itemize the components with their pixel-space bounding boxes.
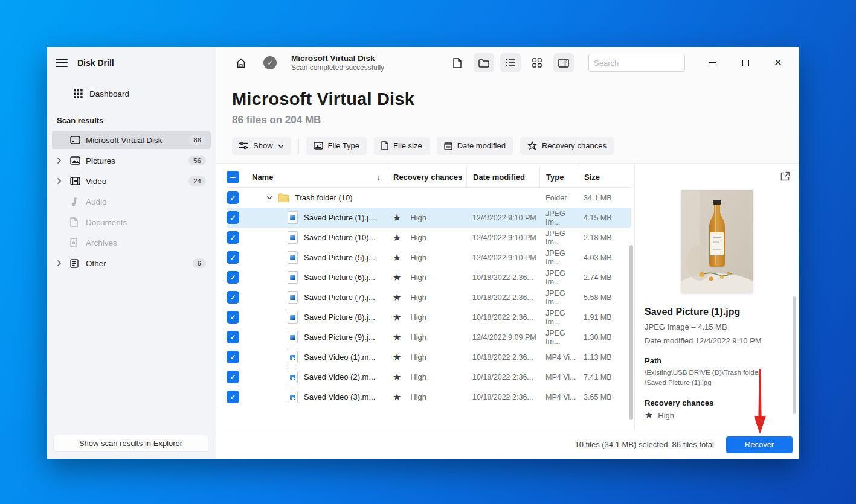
column-header-type[interactable]: Type <box>539 167 578 187</box>
star-icon: ★ <box>393 213 401 223</box>
row-checkbox[interactable]: ✓ <box>227 331 239 343</box>
menu-icon[interactable] <box>56 59 68 67</box>
chevron-right-icon[interactable] <box>57 157 70 164</box>
maximize-icon <box>742 60 749 66</box>
row-checkbox[interactable]: ✓ <box>227 371 239 383</box>
table-row[interactable]: ✓ Saved Video (1).m... ★High 10/18/2022 … <box>227 347 631 367</box>
preview-path-line1: \Existing\USB DRIVE (D)\Trash folder <box>645 368 789 377</box>
row-checkbox[interactable]: ✓ <box>227 311 239 324</box>
recovery-chances-filter-button[interactable]: Recovery chances <box>520 137 614 155</box>
table-row[interactable]: ✓ Saved Picture (10)... ★High 12/4/2022 … <box>227 228 631 247</box>
sidebar-item-pictures[interactable]: Pictures 56 <box>52 152 211 170</box>
folder-view-button[interactable] <box>474 53 494 72</box>
sidebar-item-other[interactable]: Other 6 <box>52 254 211 272</box>
row-checkbox[interactable]: ✓ <box>227 191 239 204</box>
search-box[interactable] <box>588 54 685 72</box>
row-checkbox[interactable]: ✓ <box>227 211 239 224</box>
size-value: 1.30 MB <box>578 333 631 342</box>
preview-pane: Saved Picture (1).jpg JPEG Image – 4.15 … <box>634 164 799 430</box>
chevron-down-icon[interactable] <box>266 196 272 200</box>
open-external-icon[interactable] <box>780 171 790 182</box>
list-view-button[interactable] <box>500 53 521 72</box>
star-icon: ★ <box>393 372 401 382</box>
page-title: Microsoft Virtual Disk <box>232 89 783 109</box>
star-icon: ★ <box>393 273 401 282</box>
row-checkbox[interactable]: ✓ <box>227 231 239 244</box>
count-badge: 6 <box>193 258 206 268</box>
column-header-recovery[interactable]: Recovery chances <box>387 167 466 187</box>
sidebar-item-archives[interactable]: Archives <box>52 234 211 252</box>
size-value: 2.74 MB <box>578 273 631 282</box>
column-header-name[interactable]: Name <box>252 173 273 182</box>
table-row[interactable]: ✓ Saved Picture (6).j... ★High 10/18/202… <box>227 267 631 287</box>
select-all-checkbox[interactable] <box>227 171 239 183</box>
audio-icon <box>70 197 86 206</box>
type-value: JPEG Im... <box>539 269 578 286</box>
star-icon: ★ <box>393 352 401 362</box>
filter-divider <box>298 139 299 153</box>
file-type-filter-button[interactable]: File Type <box>306 137 367 155</box>
documents-icon <box>70 217 86 227</box>
preview-image <box>681 190 753 293</box>
sidebar-item-audio[interactable]: Audio <box>52 193 211 211</box>
date-modified-filter-button[interactable]: Date modified <box>437 137 513 155</box>
preview-panel-button[interactable] <box>553 53 574 72</box>
table-row[interactable]: ✓ Saved Picture (1).j... ★High 12/4/2022… <box>227 208 631 228</box>
date-value: 10/18/2022 2:36... <box>466 293 539 302</box>
row-checkbox[interactable]: ✓ <box>227 391 239 403</box>
size-value: 1.13 MB <box>578 353 631 362</box>
sort-descending-icon[interactable]: ↓ <box>377 173 381 182</box>
sidebar-item-dashboard[interactable]: Dashboard <box>52 85 211 103</box>
close-icon: ✕ <box>774 58 782 68</box>
show-in-explorer-button[interactable]: Show scan results in Explorer <box>53 435 208 451</box>
file-name: Saved Picture (6).j... <box>304 273 375 282</box>
table-row[interactable]: ✓ Saved Picture (7).j... ★High 10/18/202… <box>227 287 631 307</box>
show-filter-label: Show <box>253 141 273 150</box>
star-filter-icon <box>527 141 537 150</box>
table-scrollbar[interactable] <box>629 245 633 420</box>
app-window: Disk Drill Dashboard Scan results Micros… <box>47 47 799 459</box>
row-checkbox[interactable]: ✓ <box>227 291 239 304</box>
top-toolbar: ✓ Microsoft Virtual Disk Scan completed … <box>216 47 799 78</box>
file-size-filter-button[interactable]: File size <box>374 137 430 155</box>
recover-button[interactable]: Recover <box>726 436 793 453</box>
size-value: 5.58 MB <box>578 293 631 302</box>
table-row[interactable]: ✓ Saved Video (3).m... ★High 10/18/2022 … <box>227 387 631 407</box>
image-file-icon <box>288 231 298 244</box>
show-filter-button[interactable]: Show <box>232 137 291 155</box>
grid-view-button[interactable] <box>527 53 547 72</box>
table-row[interactable]: ✓ Saved Picture (5).j... ★High 12/4/2022… <box>227 247 631 267</box>
search-input[interactable] <box>594 59 700 68</box>
row-checkbox[interactable]: ✓ <box>227 271 239 284</box>
sidebar-item-documents[interactable]: Documents <box>52 213 211 231</box>
maximize-button[interactable] <box>732 53 759 72</box>
preview-scrollbar[interactable] <box>793 296 796 414</box>
chevron-right-icon[interactable] <box>57 260 70 267</box>
row-checkbox[interactable]: ✓ <box>227 251 239 264</box>
minimize-button[interactable] <box>700 53 726 72</box>
new-file-button[interactable] <box>447 53 468 72</box>
column-header-date[interactable]: Date modified <box>466 167 539 187</box>
star-icon: ★ <box>393 233 401 243</box>
table-row[interactable]: ✓ Saved Video (2).m... ★High 10/18/2022 … <box>227 367 631 387</box>
sidebar-item-video[interactable]: Video 24 <box>52 172 211 190</box>
home-button[interactable] <box>231 53 251 72</box>
chevron-right-icon[interactable] <box>57 177 70 185</box>
recovery-value: High <box>410 333 426 342</box>
table-row[interactable]: ✓ Saved Picture (9).j... ★High 12/4/2022… <box>227 327 631 347</box>
table-row-folder[interactable]: ✓ Trash folder (10) Folder 34.1 MB <box>227 188 631 208</box>
table-row[interactable]: ✓ Saved Picture (8).j... ★High 10/18/202… <box>227 307 631 327</box>
star-icon: ★ <box>393 392 401 402</box>
sidebar-item-label: Pictures <box>86 156 188 165</box>
close-button[interactable]: ✕ <box>765 53 791 72</box>
sidebar-item-label: Dashboard <box>89 89 206 98</box>
preview-recovery-label: Recovery chances <box>645 398 789 407</box>
sidebar-item-microsoft-virtual-disk[interactable]: Microsoft Virtual Disk 86 <box>52 131 211 149</box>
type-value: MP4 Vi... <box>539 373 578 381</box>
row-checkbox[interactable]: ✓ <box>227 351 239 363</box>
sidebar-item-label: Microsoft Virtual Disk <box>86 136 188 145</box>
size-value: 1.91 MB <box>578 313 631 322</box>
disk-icon <box>70 136 86 144</box>
preview-file-name: Saved Picture (1).jpg <box>645 307 789 317</box>
column-header-size[interactable]: Size <box>578 167 631 187</box>
